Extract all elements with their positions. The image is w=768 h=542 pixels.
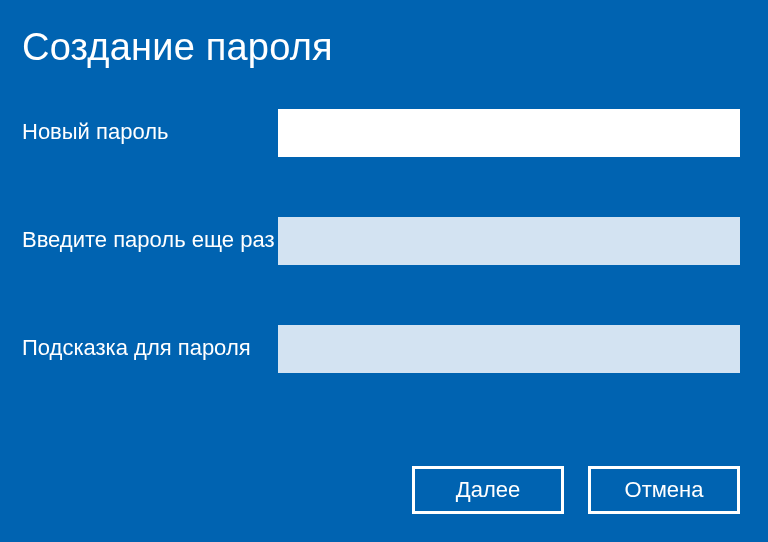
- new-password-input[interactable]: [278, 109, 740, 157]
- label-new-password: Новый пароль: [22, 109, 278, 147]
- label-confirm-password: Введите пароль еще раз: [22, 217, 278, 255]
- cancel-button[interactable]: Отмена: [588, 466, 740, 514]
- password-hint-input[interactable]: [278, 325, 740, 373]
- page-title: Создание пароля: [22, 26, 740, 69]
- next-button[interactable]: Далее: [412, 466, 564, 514]
- label-password-hint: Подсказка для пароля: [22, 325, 278, 363]
- button-row: Далее Отмена: [412, 466, 740, 514]
- row-confirm-password: Введите пароль еще раз: [22, 217, 740, 265]
- row-new-password: Новый пароль: [22, 109, 740, 157]
- confirm-password-input[interactable]: [278, 217, 740, 265]
- row-password-hint: Подсказка для пароля: [22, 325, 740, 373]
